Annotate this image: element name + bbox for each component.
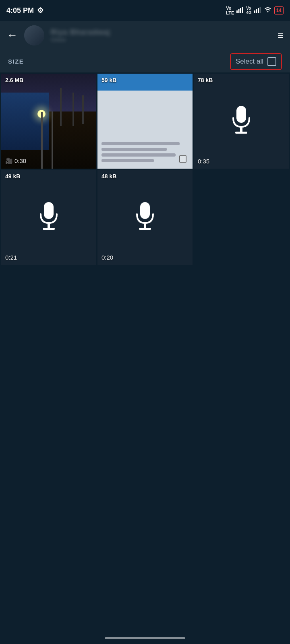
signal-bars-2 xyxy=(254,6,261,14)
contact-sub: Online xyxy=(51,37,271,43)
screenshot-checkbox-overlay xyxy=(179,155,186,163)
media-grid: 2.6 MB 🎥0:30 59 kB 78 kB 0:35 xyxy=(0,72,290,266)
select-all-text: Select all xyxy=(236,58,263,66)
volte-4g-icon: Vo4G xyxy=(246,6,251,15)
video-thumbnail xyxy=(1,74,96,169)
svg-rect-15 xyxy=(140,202,150,219)
svg-rect-5 xyxy=(256,9,257,13)
toolbar: ← Riya Bharadwaj Online ≡ xyxy=(0,21,290,50)
media-item-audio-3[interactable]: 48 kB 0:20 xyxy=(97,170,193,265)
sort-label: SIZE xyxy=(8,58,24,65)
status-indicators: VoLTE Vo4G xyxy=(226,6,284,15)
media-item-audio-2[interactable]: 49 kB 0:21 xyxy=(1,170,96,265)
svg-rect-9 xyxy=(236,106,246,123)
svg-rect-3 xyxy=(242,7,243,13)
media-size: 78 kB xyxy=(198,77,213,83)
time-text: 4:05 PM xyxy=(6,6,34,15)
svg-point-8 xyxy=(267,11,268,12)
media-size: 49 kB xyxy=(5,173,20,180)
microphone-icon xyxy=(37,201,61,233)
gear-icon: ⚙ xyxy=(37,6,44,15)
svg-rect-10 xyxy=(240,127,242,132)
svg-rect-14 xyxy=(43,228,55,230)
media-duration: 🎥0:30 xyxy=(5,157,26,165)
svg-rect-4 xyxy=(254,10,255,13)
filter-icon[interactable]: ≡ xyxy=(278,29,284,42)
back-button[interactable]: ← xyxy=(6,29,18,42)
sort-bar: SIZE Select all xyxy=(0,50,290,72)
battery-level: 14 xyxy=(276,8,282,13)
media-duration: 0:21 xyxy=(5,254,17,261)
svg-rect-17 xyxy=(139,228,151,230)
svg-rect-1 xyxy=(238,9,240,13)
wifi-icon xyxy=(264,6,272,14)
svg-rect-7 xyxy=(259,7,261,13)
empty-content-area xyxy=(0,266,290,628)
svg-rect-12 xyxy=(44,202,54,219)
status-time: 4:05 PM ⚙ xyxy=(6,6,44,15)
contact-name: Riya Bharadwaj xyxy=(51,28,271,37)
media-size: 48 kB xyxy=(102,173,116,180)
media-item-audio-1[interactable]: 78 kB 0:35 xyxy=(194,74,289,169)
svg-rect-13 xyxy=(48,223,50,229)
microphone-icon xyxy=(229,105,253,137)
avatar xyxy=(24,25,44,45)
home-indicator xyxy=(0,628,290,644)
svg-rect-11 xyxy=(235,132,247,134)
home-bar xyxy=(105,637,185,639)
select-all-button[interactable]: Select all xyxy=(230,53,282,70)
status-bar: 4:05 PM ⚙ VoLTE Vo4G xyxy=(0,0,290,21)
svg-rect-2 xyxy=(240,8,241,13)
volte-icon: VoLTE xyxy=(226,6,234,15)
contact-info: Riya Bharadwaj Online xyxy=(51,28,271,43)
microphone-icon xyxy=(133,201,157,233)
battery-indicator: 14 xyxy=(274,6,284,14)
svg-rect-0 xyxy=(236,10,238,13)
media-item-video[interactable]: 2.6 MB 🎥0:30 xyxy=(1,74,96,169)
signal-bars-1 xyxy=(236,6,244,14)
media-duration: 0:35 xyxy=(198,158,209,165)
avatar-image xyxy=(24,25,44,45)
media-size: 59 kB xyxy=(102,77,116,83)
media-item-screenshot[interactable]: 59 kB xyxy=(97,74,193,169)
screenshot-thumbnail xyxy=(97,74,193,169)
media-duration: 0:20 xyxy=(102,254,113,261)
media-size: 2.6 MB xyxy=(5,77,23,83)
video-icon: 🎥 xyxy=(5,157,13,164)
svg-rect-6 xyxy=(258,8,259,13)
select-all-checkbox[interactable] xyxy=(267,57,276,66)
svg-rect-16 xyxy=(144,223,146,229)
